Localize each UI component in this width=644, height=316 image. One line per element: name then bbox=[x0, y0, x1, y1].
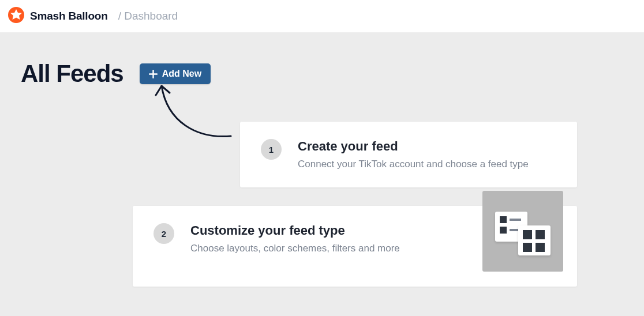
step-title: Customize your feed type bbox=[190, 223, 473, 238]
brand-logo-icon bbox=[8, 7, 24, 25]
page-title: All Feeds bbox=[21, 60, 123, 88]
layout-preview-grid-icon bbox=[518, 225, 551, 255]
brand-name: Smash Balloon bbox=[30, 10, 108, 22]
step-number-badge: 2 bbox=[153, 223, 174, 244]
heading-row: All Feeds Add New bbox=[21, 60, 623, 88]
step-title: Create your feed bbox=[298, 139, 556, 154]
main-panel: All Feeds Add New 1 Create your feed Con… bbox=[0, 32, 644, 316]
step-number-badge: 1 bbox=[261, 139, 282, 160]
add-new-label: Add New bbox=[162, 69, 201, 79]
layout-illustration bbox=[482, 191, 563, 272]
step-body: Create your feed Connect your TikTok acc… bbox=[298, 139, 556, 170]
onboarding-cards: 1 Create your feed Connect your TikTok a… bbox=[133, 122, 577, 305]
brand: Smash Balloon / Dashboard bbox=[8, 7, 178, 25]
step-desc: Choose layouts, color schemes, filters a… bbox=[190, 243, 473, 254]
step-card-2: 2 Customize your feed type Choose layout… bbox=[133, 206, 577, 287]
breadcrumb: / Dashboard bbox=[118, 10, 178, 22]
step-body: Customize your feed type Choose layouts,… bbox=[190, 223, 473, 254]
step-desc: Connect your TikTok account and choose a… bbox=[298, 159, 556, 170]
app-header: Smash Balloon / Dashboard bbox=[0, 0, 644, 32]
plus-icon bbox=[149, 70, 158, 78]
step-card-1: 1 Create your feed Connect your TikTok a… bbox=[240, 122, 577, 187]
